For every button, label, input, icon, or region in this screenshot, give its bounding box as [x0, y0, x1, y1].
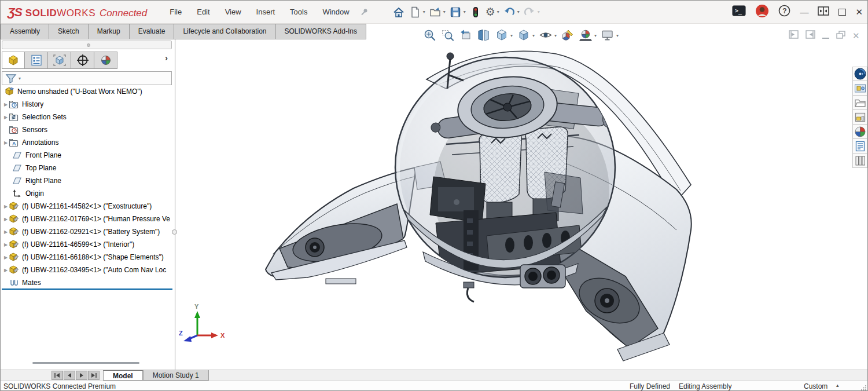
section-view-button[interactable]: [476, 28, 492, 43]
previous-pane-button[interactable]: [789, 30, 799, 41]
new-document-dropdown[interactable]: ▾: [423, 9, 425, 14]
tab-propertymanager[interactable]: [25, 52, 48, 69]
apply-scene-dropdown[interactable]: ▾: [594, 33, 597, 38]
tree-item-component-shape-elements[interactable]: ▶ (f) UBW-21161-66188<1> ("Shape Element…: [1, 251, 174, 264]
view-settings-button[interactable]: ▾: [599, 28, 620, 43]
menu-edit[interactable]: Edit: [189, 1, 217, 24]
tab-lifecycle-collaboration[interactable]: Lifecycle and Collaboration: [174, 24, 275, 39]
tab-assembly[interactable]: Assembly: [1, 24, 49, 39]
tree-item-component-human-pressure-vessel[interactable]: ▶ (f) UBW-21162-01769<1> ("Human Pressur…: [1, 213, 174, 225]
tab-evaluate[interactable]: Evaluate: [130, 24, 175, 39]
lifecycle-status-icon[interactable]: [469, 6, 482, 19]
menu-insert[interactable]: Insert: [249, 1, 283, 24]
panel-splitter-handle[interactable]: [172, 229, 177, 235]
tree-item-history[interactable]: ▶ History: [1, 98, 174, 111]
filter-dropdown[interactable]: ▾: [19, 76, 21, 81]
tree-item-front-plane[interactable]: ▶ Front Plane: [1, 149, 174, 162]
zoom-to-area-button[interactable]: [440, 28, 456, 43]
units-dropdown-arrow[interactable]: ▴: [836, 382, 839, 388]
help-button[interactable]: ?: [778, 5, 790, 19]
redo-button[interactable]: ▾: [523, 6, 540, 19]
tree-item-sensors[interactable]: ▶ Sensors: [1, 123, 174, 136]
open-document-dropdown[interactable]: ▾: [443, 9, 446, 14]
tab-markup[interactable]: Markup: [89, 24, 130, 39]
expand-arrow-icon[interactable]: ▶: [1, 115, 9, 120]
solidworks-resources-icon[interactable]: [852, 154, 867, 168]
model-viewport[interactable]: Y X Z: [174, 39, 868, 370]
menu-view[interactable]: View: [218, 1, 249, 24]
last-tab-button[interactable]: [88, 371, 100, 380]
tree-item-selection-sets[interactable]: ▶ Selection Sets: [1, 111, 174, 123]
maximize-window-button[interactable]: [838, 9, 846, 16]
command-prompt-icon[interactable]: >_: [732, 5, 746, 19]
expand-arrow-icon[interactable]: ▶: [1, 102, 9, 107]
rollback-bar[interactable]: [2, 288, 172, 290]
view-palette-icon[interactable]: [852, 110, 867, 125]
appearances-scenes-icon[interactable]: [852, 125, 867, 139]
expand-arrow-icon[interactable]: ▶: [1, 242, 9, 247]
new-document-button[interactable]: ▾: [409, 6, 425, 19]
tree-item-component-exostructure[interactable]: ▶ (f) UBW-21161-44582<1> ("Exostructure"…: [1, 200, 174, 213]
custom-properties-icon[interactable]: [852, 139, 867, 154]
first-tab-button[interactable]: [52, 371, 63, 380]
expand-arrow-icon[interactable]: ▶: [1, 217, 9, 222]
minimize-window-button[interactable]: —: [800, 7, 808, 17]
edit-appearance-button[interactable]: [560, 28, 576, 43]
restore-doc-button[interactable]: [836, 31, 845, 41]
panel-expand-arrow[interactable]: ›: [165, 53, 168, 63]
options-dropdown[interactable]: ▾: [497, 9, 499, 14]
tree-item-mates[interactable]: ▶ Mates: [1, 276, 174, 289]
save-dropdown[interactable]: ▾: [464, 9, 466, 14]
tree-item-top-plane[interactable]: ▶ Top Plane: [1, 162, 174, 174]
tab-displaymanager[interactable]: [94, 52, 117, 69]
tree-item-component-battery-system[interactable]: ▶ (f) UBW-21162-02921<1> ("Battery Syste…: [1, 225, 174, 238]
panel-horizontal-scrollbar[interactable]: [32, 362, 139, 364]
expand-arrow-icon[interactable]: ▶: [1, 140, 9, 145]
tab-sketch[interactable]: Sketch: [49, 24, 89, 39]
resize-grip[interactable]: [861, 384, 867, 391]
expand-arrow-icon[interactable]: ▶: [1, 204, 9, 209]
hide-show-items-button[interactable]: ▾: [538, 28, 558, 43]
tree-root-assembly[interactable]: Nemo unshaded ("U-Boat Worx NEMO"): [1, 85, 174, 98]
expand-arrow-icon[interactable]: ▶: [1, 229, 9, 235]
close-doc-button[interactable]: ✕: [852, 31, 860, 41]
file-explorer-icon[interactable]: [852, 96, 867, 110]
tab-configurationmanager[interactable]: [48, 52, 71, 69]
view-settings-dropdown[interactable]: ▾: [616, 33, 619, 38]
menu-file[interactable]: File: [162, 1, 189, 24]
previous-tab-button[interactable]: [64, 371, 75, 380]
tab-motion-study-1[interactable]: Motion Study 1: [143, 370, 209, 381]
tree-item-component-auto-com-nav[interactable]: ▶ (f) UBW-21162-03495<1> ("Auto Com Nav …: [1, 264, 174, 276]
redo-dropdown[interactable]: ▾: [538, 9, 540, 14]
tree-filter[interactable]: ▾: [2, 71, 172, 85]
tree-item-annotations[interactable]: ▶ A Annotations: [1, 136, 174, 149]
commandmanager-splitter[interactable]: [2, 41, 172, 49]
tab-dimxpertmanager[interactable]: [71, 52, 94, 69]
zoom-to-fit-button[interactable]: [422, 28, 438, 43]
undo-dropdown[interactable]: ▾: [517, 9, 520, 14]
menu-tools[interactable]: Tools: [282, 1, 315, 24]
tab-solidworks-addins[interactable]: SOLIDWORKS Add-Ins: [276, 24, 366, 39]
save-button[interactable]: ▾: [449, 6, 466, 19]
close-window-button[interactable]: ✕: [855, 7, 863, 17]
hide-show-items-dropdown[interactable]: ▾: [554, 33, 557, 38]
menu-window[interactable]: Window: [315, 1, 356, 24]
tree-item-right-plane[interactable]: ▶ Right Plane: [1, 174, 174, 187]
display-style-dropdown[interactable]: ▾: [532, 33, 535, 38]
open-document-button[interactable]: ▾: [429, 6, 446, 19]
home-button[interactable]: [392, 6, 405, 19]
pin-menu-icon[interactable]: [359, 8, 369, 17]
previous-view-button[interactable]: [458, 28, 474, 43]
3dexperience-compass-icon[interactable]: [852, 67, 867, 81]
units-selector[interactable]: Custom: [804, 382, 827, 390]
expand-arrow-icon[interactable]: ▶: [1, 268, 9, 273]
expand-arrow-icon[interactable]: ▶: [1, 255, 9, 260]
display-style-button[interactable]: ▾: [516, 28, 536, 43]
apply-scene-button[interactable]: ▾: [578, 28, 598, 43]
tab-featuremanager-design-tree[interactable]: [2, 52, 25, 69]
view-orientation-button[interactable]: ▾: [494, 28, 514, 43]
undo-button[interactable]: ▾: [503, 6, 520, 19]
dock-layout-button[interactable]: [818, 6, 829, 18]
options-gear-button[interactable]: ⚙ ▾: [486, 6, 499, 18]
tree-item-component-interior[interactable]: ▶ (f) UBW-21161-46599<1> ("Interior"): [1, 238, 174, 251]
